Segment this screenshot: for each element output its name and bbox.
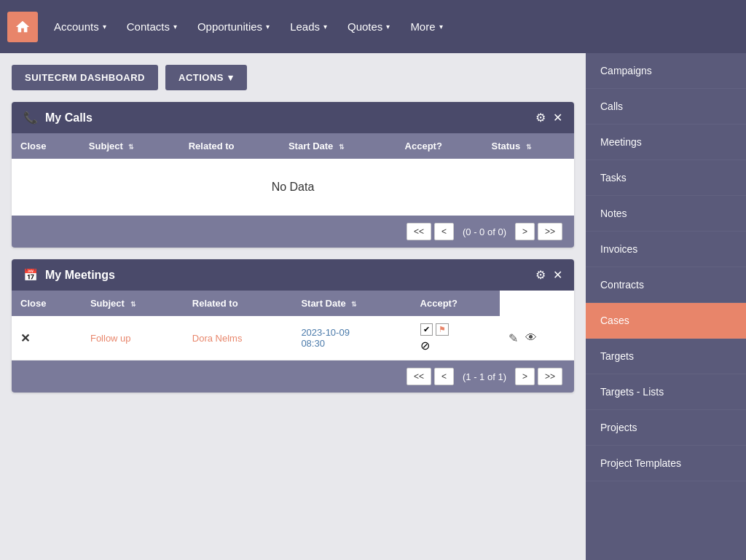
meeting-accept-cell: ✔ ⚑ ⊘ <box>412 316 500 360</box>
calls-next-page-button[interactable]: > <box>515 223 535 240</box>
status-sort-icon[interactable]: ⇅ <box>526 143 532 151</box>
main-panel: SUITECRM DASHBOARD ACTIONS ▾ 📞 My Calls … <box>0 53 586 560</box>
meeting-actions-cell: ✎ 👁 <box>500 316 574 360</box>
calls-page-info: (0 - 0 of 0) <box>457 226 512 237</box>
calls-last-page-button[interactable]: >> <box>538 223 562 240</box>
quotes-chevron-icon: ▾ <box>386 23 390 31</box>
subject-sort-icon[interactable]: ⇅ <box>128 143 134 151</box>
meetings-prev-page-button[interactable]: < <box>434 368 454 385</box>
calls-col-related: Related to <box>180 133 280 159</box>
top-navigation: Accounts ▾ Contacts ▾ Opportunities ▾ Le… <box>0 0 746 53</box>
meetings-widget-controls: ⚙ ✕ <box>535 268 562 282</box>
meeting-date-link[interactable]: 2023-10-09 08:30 <box>301 327 350 349</box>
sidebar-item-project-templates[interactable]: Project Templates <box>586 446 746 481</box>
meetings-widget-title: 📅 My Meetings <box>23 268 115 282</box>
meetings-gear-icon[interactable]: ⚙ <box>535 268 546 282</box>
startdate-sort-icon[interactable]: ⇅ <box>339 143 345 151</box>
sidebar-item-tasks[interactable]: Tasks <box>586 160 746 196</box>
calls-table: Close Subject ⇅ Related to Start Date ⇅ <box>12 133 574 159</box>
calls-pagination: << < (0 - 0 of 0) > >> <box>12 216 574 248</box>
nav-opportunities[interactable]: Opportunities ▾ <box>187 15 280 39</box>
calls-close-icon[interactable]: ✕ <box>553 111 562 125</box>
meetings-last-page-button[interactable]: >> <box>538 368 562 385</box>
meetings-pagination: << < (1 - 1 of 1) > >> <box>12 360 574 393</box>
meetings-first-page-button[interactable]: << <box>407 368 431 385</box>
calls-phone-icon: 📞 <box>23 111 38 125</box>
meeting-related-cell: Dora Nelms <box>184 316 293 360</box>
calls-gear-icon[interactable]: ⚙ <box>535 111 546 125</box>
actions-button[interactable]: ACTIONS ▾ <box>165 65 247 90</box>
meeting-subject-link[interactable]: Follow up <box>90 333 131 344</box>
home-button[interactable] <box>7 12 38 42</box>
meetings-next-page-button[interactable]: > <box>515 368 535 385</box>
nav-more[interactable]: More ▾ <box>400 15 452 39</box>
meetings-col-related: Related to <box>184 291 293 316</box>
meeting-accept-top: ✔ ⚑ <box>420 323 449 336</box>
toolbar: SUITECRM DASHBOARD ACTIONS ▾ <box>12 65 574 90</box>
calls-first-page-button[interactable]: << <box>407 223 431 240</box>
sidebar-item-projects[interactable]: Projects <box>586 410 746 446</box>
meetings-table: Close Subject ⇅ Related to Start Date ⇅ <box>12 291 574 360</box>
sidebar-item-contracts[interactable]: Contracts <box>586 267 746 303</box>
content-area: SUITECRM DASHBOARD ACTIONS ▾ 📞 My Calls … <box>0 53 746 560</box>
sidebar-item-meetings[interactable]: Meetings <box>586 125 746 160</box>
right-sidebar: Campaigns Calls Meetings Tasks Notes Inv… <box>586 53 746 560</box>
nav-accounts[interactable]: Accounts ▾ <box>44 15 117 39</box>
meeting-accept-check-icon[interactable]: ✔ <box>420 323 433 336</box>
sidebar-item-campaigns[interactable]: Campaigns <box>586 53 746 89</box>
meeting-accept-flag-icon[interactable]: ⚑ <box>436 323 449 336</box>
more-chevron-icon: ▾ <box>439 23 443 31</box>
calls-col-subject: Subject ⇅ <box>80 133 180 159</box>
calls-col-startdate: Start Date ⇅ <box>280 133 396 159</box>
accounts-chevron-icon: ▾ <box>103 23 106 31</box>
meetings-col-subject: Subject ⇅ <box>82 291 184 316</box>
meetings-table-header-row: Close Subject ⇅ Related to Start Date ⇅ <box>12 291 574 316</box>
meetings-startdate-sort-icon[interactable]: ⇅ <box>351 301 357 308</box>
meetings-widget-header: 📅 My Meetings ⚙ ✕ <box>12 259 574 291</box>
meeting-related-link[interactable]: Dora Nelms <box>192 333 243 344</box>
meeting-accept-icons: ✔ ⚑ ⊘ <box>420 323 492 352</box>
calls-table-header-row: Close Subject ⇅ Related to Start Date ⇅ <box>12 133 574 159</box>
calls-prev-page-button[interactable]: < <box>434 223 454 240</box>
my-meetings-widget: 📅 My Meetings ⚙ ✕ Close Subject <box>12 259 574 393</box>
dashboard-button[interactable]: SUITECRM DASHBOARD <box>12 65 158 90</box>
meeting-startdate-cell: 2023-10-09 08:30 <box>292 316 411 360</box>
meeting-close-button[interactable]: ✕ <box>20 332 30 344</box>
leads-chevron-icon: ▾ <box>323 23 327 31</box>
meeting-view-icon[interactable]: 👁 <box>525 331 537 344</box>
meetings-calendar-icon: 📅 <box>23 268 38 282</box>
meeting-subject-cell: Follow up <box>82 316 184 360</box>
calls-col-status: Status ⇅ <box>483 133 574 159</box>
meeting-close-cell: ✕ <box>12 316 82 360</box>
calls-widget-title: 📞 My Calls <box>23 111 93 125</box>
nav-contacts[interactable]: Contacts ▾ <box>117 15 187 39</box>
table-row: ✕ Follow up Dora Nelms 2023-10-09 08:30 <box>12 316 574 360</box>
sidebar-item-targets[interactable]: Targets <box>586 339 746 374</box>
meeting-edit-icon[interactable]: ✎ <box>509 331 518 345</box>
sidebar-item-notes[interactable]: Notes <box>586 196 746 232</box>
calls-col-accept: Accept? <box>396 133 483 159</box>
my-calls-widget: 📞 My Calls ⚙ ✕ Close Subject <box>12 102 574 248</box>
meetings-col-close: Close <box>12 291 82 316</box>
calls-col-close: Close <box>12 133 80 159</box>
calls-widget-controls: ⚙ ✕ <box>535 111 562 125</box>
meetings-close-icon[interactable]: ✕ <box>553 268 562 282</box>
sidebar-item-invoices[interactable]: Invoices <box>586 232 746 267</box>
calls-widget-header: 📞 My Calls ⚙ ✕ <box>12 102 574 133</box>
contacts-chevron-icon: ▾ <box>173 23 177 31</box>
meetings-col-startdate: Start Date ⇅ <box>292 291 411 316</box>
sidebar-item-cases[interactable]: Cases <box>586 303 746 339</box>
meetings-page-info: (1 - 1 of 1) <box>457 371 512 382</box>
meetings-col-accept: Accept? <box>412 291 500 316</box>
meetings-subject-sort-icon[interactable]: ⇅ <box>130 301 136 308</box>
meeting-action-icons: ✎ 👁 <box>509 331 565 345</box>
sidebar-item-calls[interactable]: Calls <box>586 89 746 125</box>
sidebar-item-targets-lists[interactable]: Targets - Lists <box>586 374 746 410</box>
actions-chevron-icon: ▾ <box>228 72 234 83</box>
nav-leads[interactable]: Leads ▾ <box>280 15 337 39</box>
opportunities-chevron-icon: ▾ <box>266 23 270 31</box>
calls-no-data: No Data <box>12 159 574 216</box>
nav-quotes[interactable]: Quotes ▾ <box>337 15 400 39</box>
meeting-no-symbol-icon[interactable]: ⊘ <box>420 339 430 352</box>
